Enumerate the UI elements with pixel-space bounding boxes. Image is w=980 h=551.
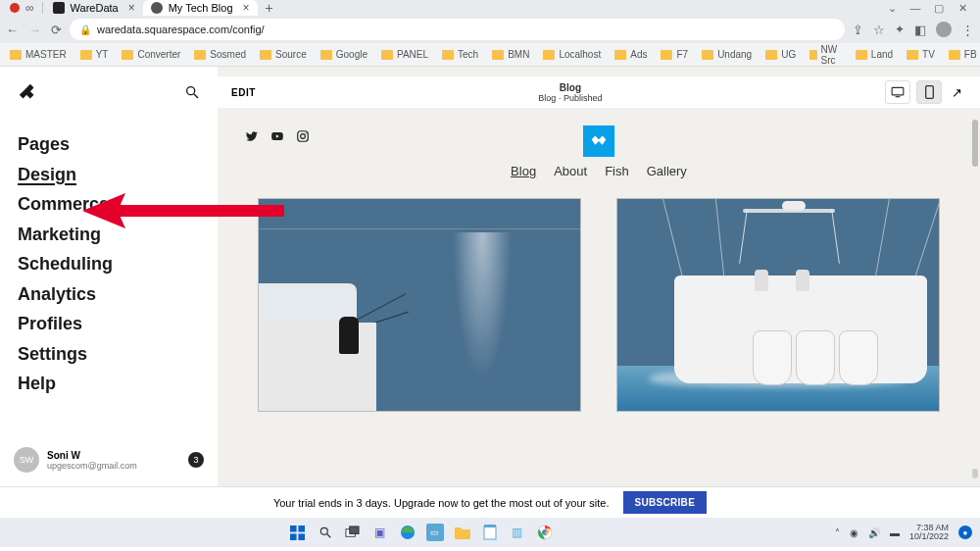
bookmark-item[interactable]: MASTER <box>10 49 67 60</box>
share-icon[interactable]: ⇪ <box>853 23 863 37</box>
bookmark-item[interactable]: Source <box>260 49 307 60</box>
maximize-button[interactable]: ▢ <box>933 2 945 15</box>
sidebar-item-commerce[interactable]: Commerce <box>18 193 200 216</box>
sidebar-footer[interactable]: SW Soni W upgescom@gmail.com 3 <box>0 437 218 486</box>
bookmark-label: Ads <box>630 49 647 60</box>
extensions-icon[interactable]: ✦ <box>895 23 905 36</box>
sidebar-item-profiles[interactable]: Profiles <box>18 313 200 335</box>
address-actions: ⇪ ☆ ✦ ◧ ⋮ <box>853 22 974 37</box>
sidebar-item-marketing[interactable]: Marketing <box>18 224 200 246</box>
forward-button[interactable]: → <box>28 23 41 37</box>
bookmark-item[interactable]: Localhost <box>543 49 601 60</box>
side-panel-icon[interactable]: ◧ <box>914 23 926 37</box>
bookmark-item[interactable]: Converter <box>122 49 180 60</box>
new-tab-button[interactable]: + <box>258 0 281 16</box>
bookmark-item[interactable]: BMN <box>492 49 529 60</box>
site-nav-item[interactable]: About <box>554 164 587 178</box>
bookmark-label: NW Src <box>821 44 842 66</box>
blog-post-image[interactable] <box>616 198 940 412</box>
bookmark-item[interactable]: F7 <box>661 49 688 60</box>
bookmark-item[interactable]: Ads <box>614 49 647 60</box>
search-icon[interactable] <box>184 84 200 103</box>
browser-tab[interactable]: My Tech Blog × <box>143 0 258 16</box>
user-email: upgescom@gmail.com <box>47 461 137 471</box>
folder-icon <box>906 50 918 60</box>
scrollbar-down-icon[interactable] <box>972 469 978 478</box>
status-value: Published <box>564 93 603 103</box>
folder-icon <box>492 50 504 60</box>
bookmark-item[interactable]: Tech <box>442 49 478 60</box>
battery-icon[interactable]: ▬ <box>890 527 900 538</box>
site-nav-item[interactable]: Gallery <box>647 164 687 178</box>
task-view-icon[interactable] <box>344 524 362 541</box>
star-icon[interactable]: ☆ <box>873 23 885 37</box>
bookmark-item[interactable]: UG <box>765 49 796 60</box>
favicon-icon <box>53 2 65 14</box>
address-bar[interactable]: 🔒 waredata.squarespace.com/config/ <box>70 19 845 40</box>
mobile-view-button[interactable] <box>916 80 942 104</box>
squarespace-logo-icon[interactable] <box>18 82 39 104</box>
kebab-menu-icon[interactable]: ⋮ <box>961 23 974 37</box>
reload-button[interactable]: ⟳ <box>51 23 62 37</box>
clock[interactable]: 7:38 AM 10/1/2022 <box>909 524 949 541</box>
subscribe-button[interactable]: SUBSCRIBE <box>623 491 708 514</box>
folder-icon <box>543 50 555 60</box>
sidebar-item-design[interactable]: Design <box>18 164 200 186</box>
chevron-down-icon[interactable]: ⌄ <box>886 2 898 15</box>
blog-post-image[interactable] <box>258 198 581 412</box>
bookmark-item[interactable]: YT <box>80 49 109 60</box>
sidebar-item-help[interactable]: Help <box>18 373 200 395</box>
bookmark-item[interactable]: FB <box>949 49 977 60</box>
open-external-icon[interactable]: ↗ <box>948 85 966 100</box>
scrollbar-thumb[interactable] <box>972 120 978 167</box>
notification-badge[interactable]: 3 <box>188 452 204 468</box>
app-icon[interactable]: ▥ <box>509 524 526 541</box>
site-preview[interactable]: BlogAboutFishGallery <box>218 108 980 486</box>
bookmark-item[interactable]: Google <box>320 49 368 60</box>
nav-buttons: ← → ⟳ <box>6 23 62 37</box>
site-nav-item[interactable]: Blog <box>511 164 536 178</box>
bookmark-item[interactable]: Undang <box>702 49 752 60</box>
bookmark-item[interactable]: Land <box>856 49 893 60</box>
sidebar-header <box>0 82 218 124</box>
tray-chevron-icon[interactable]: ˄ <box>835 527 840 538</box>
bookmark-item[interactable]: TV <box>906 49 935 60</box>
close-button[interactable]: ✕ <box>956 2 968 15</box>
back-button[interactable]: ← <box>6 23 19 37</box>
sidebar-item-analytics[interactable]: Analytics <box>18 283 200 306</box>
taskbar-right: ˄ ◉ 🔊 ▬ 7:38 AM 10/1/2022 ● <box>835 524 972 541</box>
sidebar-item-settings[interactable]: Settings <box>18 343 200 366</box>
notepad-icon[interactable] <box>481 524 499 541</box>
notifications-icon[interactable]: ● <box>958 526 972 539</box>
youtube-icon[interactable] <box>270 129 284 146</box>
volume-icon[interactable]: 🔊 <box>868 527 880 538</box>
chrome-icon[interactable] <box>536 524 554 541</box>
app-icon[interactable]: ▭ <box>426 524 444 541</box>
instagram-icon[interactable] <box>296 129 310 146</box>
bookmark-item[interactable]: NW Src <box>809 44 842 66</box>
search-icon[interactable] <box>317 524 334 541</box>
bookmark-item[interactable]: PANEL <box>381 49 428 60</box>
separator <box>42 2 43 14</box>
minimize-button[interactable]: — <box>909 2 921 15</box>
close-icon[interactable]: × <box>243 1 250 15</box>
bookmark-item[interactable]: Sosmed <box>194 49 246 60</box>
sidebar-item-scheduling[interactable]: Scheduling <box>18 253 200 276</box>
explorer-icon[interactable] <box>454 524 471 541</box>
start-icon[interactable] <box>289 524 307 541</box>
twitter-icon[interactable] <box>245 129 259 146</box>
close-icon[interactable]: × <box>128 1 135 15</box>
profile-avatar-icon[interactable] <box>936 22 952 37</box>
desktop-view-button[interactable] <box>885 80 910 104</box>
edge-icon[interactable] <box>399 524 416 541</box>
sidebar-item-pages[interactable]: Pages <box>18 133 200 156</box>
svg-line-1 <box>194 94 198 98</box>
browser-tab[interactable]: WareData × <box>45 0 143 16</box>
chat-icon[interactable]: ▣ <box>371 524 389 541</box>
wifi-icon[interactable]: ◉ <box>850 527 858 538</box>
site-nav-item[interactable]: Fish <box>605 164 629 178</box>
bookmark-label: UG <box>781 49 796 60</box>
tab-indicator-icon <box>10 3 20 13</box>
edit-button[interactable]: EDIT <box>231 87 256 98</box>
folder-icon <box>661 50 672 60</box>
